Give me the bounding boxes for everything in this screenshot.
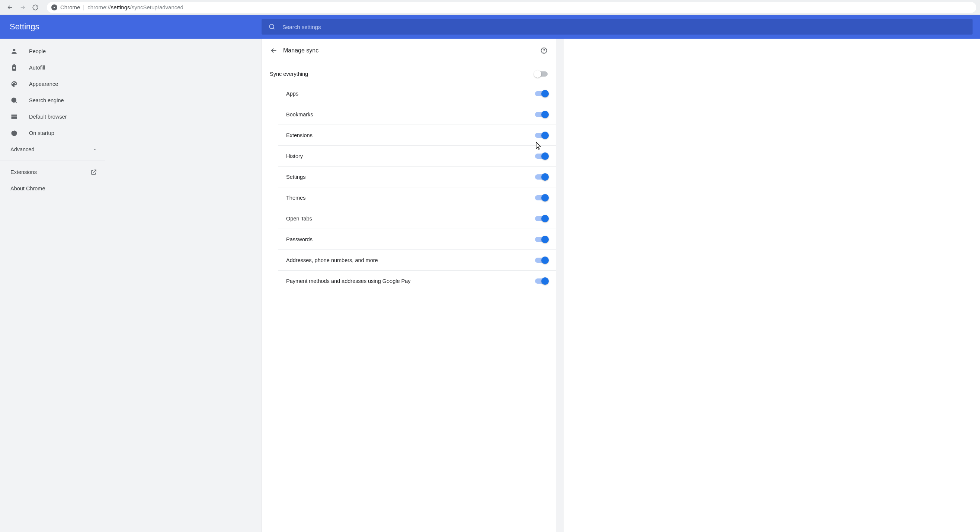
sync-item-label: Passwords — [286, 237, 313, 242]
browser-toolbar: Chrome | chrome://settings/syncSetup/adv… — [0, 0, 980, 15]
sidebar-item-label: On startup — [29, 130, 54, 136]
search-input[interactable] — [282, 24, 966, 30]
sync-row-themes: Themes — [278, 187, 556, 208]
right-gutter — [556, 39, 564, 532]
search-icon — [10, 97, 19, 104]
sidebar-item-default-browser[interactable]: Default browser — [0, 108, 105, 125]
sidebar-item-on-startup[interactable]: On startup — [0, 125, 105, 141]
sidebar-item-label: Advanced — [10, 146, 35, 152]
sync-row-open-tabs: Open Tabs — [278, 208, 556, 229]
chrome-icon — [51, 5, 57, 10]
sync-items-list: AppsBookmarksExtensionsHistorySettingsTh… — [262, 83, 556, 291]
power-icon — [10, 129, 19, 137]
sync-item-label: Bookmarks — [286, 111, 313, 118]
sync-row-extensions: Extensions — [278, 125, 556, 146]
sidebar-item-people[interactable]: People — [0, 43, 105, 59]
svg-point-0 — [54, 6, 55, 8]
svg-point-4 — [544, 52, 544, 52]
sync-row-bookmarks: Bookmarks — [278, 104, 556, 125]
palette-icon — [10, 80, 19, 88]
arrow-left-icon — [7, 4, 13, 11]
sidebar-item-search-engine[interactable]: Search engine — [0, 92, 105, 108]
sync-item-label: Extensions — [286, 132, 313, 138]
sidebar-item-label: Search engine — [29, 97, 64, 103]
sync-item-label: Settings — [286, 174, 305, 180]
sync-toggle-addresses-phone-numbers-and-more[interactable] — [535, 258, 548, 263]
sidebar-item-label: People — [29, 48, 46, 54]
sync-item-label: Open Tabs — [286, 216, 312, 222]
sidebar-separator — [0, 160, 105, 161]
app-header: Settings — [0, 15, 980, 39]
reload-icon — [32, 4, 39, 11]
sync-row-apps: Apps — [278, 83, 556, 104]
settings-search[interactable] — [262, 19, 972, 35]
help-button[interactable] — [540, 47, 548, 54]
browser-icon — [10, 113, 19, 121]
forward-button[interactable] — [16, 1, 29, 14]
sync-item-label: Addresses, phone numbers, and more — [286, 257, 378, 263]
person-icon — [10, 48, 19, 55]
sync-toggle-themes[interactable] — [535, 195, 548, 200]
sync-row-passwords: Passwords — [278, 229, 556, 250]
sidebar-item-label: Autofill — [29, 65, 45, 71]
help-icon — [540, 47, 548, 54]
separator: | — [83, 4, 84, 10]
sidebar: PeopleAutofillAppearanceSearch engineDef… — [0, 39, 105, 532]
sidebar-footer-label: About Chrome — [10, 186, 45, 191]
page-header: Manage sync — [262, 39, 556, 62]
sidebar-item-label: Appearance — [29, 81, 58, 87]
sync-toggle-open-tabs[interactable] — [535, 216, 548, 221]
origin-label: Chrome — [60, 4, 80, 10]
sync-row-payment-methods-and-addresses-using-google-pay: Payment methods and addresses using Goog… — [278, 271, 556, 291]
sidebar-advanced[interactable]: Advanced — [0, 141, 105, 158]
page-title: Manage sync — [283, 47, 318, 54]
clipboard-icon — [10, 64, 19, 71]
sync-everything-toggle[interactable] — [535, 71, 548, 76]
address-bar[interactable]: Chrome | chrome://settings/syncSetup/adv… — [47, 2, 976, 13]
sync-toggle-settings[interactable] — [535, 175, 548, 179]
page-back-button[interactable] — [270, 46, 283, 55]
svg-point-2 — [11, 98, 16, 102]
sync-toggle-bookmarks[interactable] — [535, 112, 548, 117]
external-icon — [91, 169, 97, 175]
layout: PeopleAutofillAppearanceSearch engineDef… — [0, 39, 980, 532]
sidebar-item-label: Default browser — [29, 114, 67, 120]
sidebar-footer-extensions[interactable]: Extensions — [0, 164, 105, 180]
sidebar-footer-about-chrome[interactable]: About Chrome — [0, 180, 105, 197]
main-panel: Manage sync Sync everything AppsBookmark… — [262, 39, 556, 532]
sync-item-label: History — [286, 153, 303, 159]
sync-row-addresses-phone-numbers-and-more: Addresses, phone numbers, and more — [278, 250, 556, 271]
sync-toggle-apps[interactable] — [535, 91, 548, 96]
sync-item-label: Themes — [286, 195, 305, 201]
sync-row-history: History — [278, 146, 556, 167]
chevron-down-icon — [93, 147, 97, 152]
sync-item-label: Apps — [286, 91, 298, 97]
sidebar-item-autofill[interactable]: Autofill — [0, 59, 105, 76]
back-button[interactable] — [4, 1, 16, 14]
reload-button[interactable] — [29, 1, 42, 14]
sync-toggle-extensions[interactable] — [535, 133, 548, 138]
sidebar-item-appearance[interactable]: Appearance — [0, 76, 105, 92]
sync-item-label: Payment methods and addresses using Goog… — [286, 278, 411, 284]
sync-toggle-history[interactable] — [535, 154, 548, 159]
gap-column — [105, 39, 262, 532]
search-icon — [268, 23, 276, 30]
url-text: chrome://settings/syncSetup/advanced — [88, 4, 183, 10]
sync-toggle-passwords[interactable] — [535, 237, 548, 242]
sidebar-footer-label: Extensions — [10, 169, 37, 175]
sync-toggle-payment-methods-and-addresses-using-google-pay[interactable] — [535, 278, 548, 284]
arrow-right-icon — [19, 4, 26, 11]
sync-row-settings: Settings — [278, 167, 556, 187]
app-title: Settings — [0, 22, 262, 32]
svg-point-1 — [269, 24, 274, 29]
arrow-left-icon — [270, 46, 278, 55]
sync-everything-row: Sync everything — [262, 62, 556, 83]
sync-everything-label: Sync everything — [270, 71, 308, 77]
